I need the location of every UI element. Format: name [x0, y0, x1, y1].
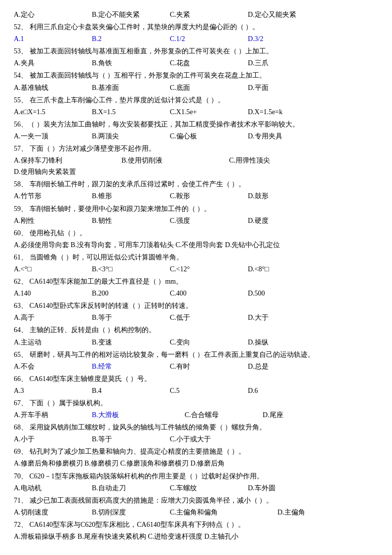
options-line-67: A.开车手柄 B.大滑板 C.合合螺母 D.尾座	[14, 409, 378, 421]
options-line-59: A.刚性 B.韧性 C.强度 D.硬度	[14, 215, 378, 226]
option-56-b: B.两顶尖	[92, 130, 161, 142]
options-line-72: A.滑板箱操纵手柄多 B.尾座有快速夹紧机构 C.进给变速杆强度 D.主轴孔小	[14, 531, 378, 542]
option-66-c: C.5	[170, 385, 239, 396]
question-text-59: 59、 车削细长轴时，要使用中心架和跟刀架来增加工件的（ ）。	[14, 203, 378, 214]
option-57-a: A.保持车刀锋利	[14, 155, 113, 166]
content-area: A.定心 B.定心不能夹紧 C.夹紧 D.定心又能夹紧 52、 利用三爪自定心卡…	[14, 9, 378, 542]
option-55-d: D.X=1.5e=k	[248, 106, 317, 118]
option-60-a: A.必须使用导向套 B.没有导向套，可用车刀顶着钻头 C.不使用导向套 D.先钻…	[14, 239, 378, 251]
option-54-d: D.平面	[248, 82, 317, 93]
question-block-52: 52、 利用三爪自定心卡盘装夹偏心工件时，其垫块的厚度大约是偏心距的（ ）。 A…	[14, 21, 378, 44]
option-58-d: D.鼓形	[248, 190, 317, 202]
option-52-a: A.1	[14, 33, 83, 44]
question-text-66: 66、 CA6140型车床主轴锥度是莫氏（ ）号。	[14, 373, 378, 384]
option-58-b: B.锥形	[92, 190, 161, 202]
options-line-54: A.基准轴线 B.基准面 C.底面 D.平面	[14, 82, 378, 93]
question-text-53: 53、 被加工表面回转轴线与基准面互相垂直，外形复杂的工件可装夹在（ ）上加工。	[14, 45, 378, 57]
options-line-55: A.e□X=1.5 B.X=1.5 C.X1.5e+ D.X=1.5e=k	[14, 106, 378, 118]
option-67-b: B.大滑板	[92, 409, 176, 421]
question-text-64: 64、 主轴的正转、反转是由（ ）机构控制的。	[14, 324, 378, 336]
option-71-d: D.主偏角	[277, 507, 347, 518]
options-line-64: A.主运动 B.变速 C.变向 D.操纵	[14, 337, 378, 348]
question-text-63: 63、 CA6140型卧式车床反转时的转速（ ）正转时的转速。	[14, 300, 378, 311]
options-line-56: A.一夹一顶 B.两顶尖 C.偏心板 D.专用夹具	[14, 130, 378, 142]
option-0-d: D.定心又能夹紧	[248, 9, 317, 20]
option-67-a: A.开车手柄	[14, 409, 83, 421]
options-line-62: A.140 B.200 C.400 D.500	[14, 288, 378, 299]
option-68-b: B.等于	[92, 433, 161, 445]
options-line-58: A.竹节形 B.锥形 C.鞍形 D.鼓形	[14, 190, 378, 202]
option-68-a: A.小于	[14, 433, 83, 445]
options-line-68: A.小于 B.等于 C.小于或大于	[14, 433, 378, 445]
option-70-d: D.车外圆	[248, 482, 317, 494]
options-line-52: A.1 B.2 C.1/2 D.3/2	[14, 33, 378, 44]
option-53-a: A.夹具	[14, 57, 83, 69]
option-59-a: A.刚性	[14, 215, 83, 226]
option-71-c: C.主偏角和偏角	[170, 507, 269, 518]
option-70-a: A.电动机	[14, 482, 83, 494]
options-line-69: A.修磨后角和修磨横刃 B.修磨横刃 C.修磨顶角和修磨横刃 D.修磨后角	[14, 458, 378, 469]
question-text-72: 72、 CA6140型车床与C620型车床相比，CA6140型车床具有下列特点（…	[14, 519, 378, 530]
option-56-c: C.偏心板	[170, 130, 239, 142]
option-54-a: A.基准轴线	[14, 82, 83, 93]
option-65-a: A.不会	[14, 361, 83, 372]
question-text-67: 67、 下面（ ）属于操纵机构。	[14, 397, 378, 409]
option-68-c: C.小于或大于	[170, 433, 239, 445]
question-text-52: 52、 利用三爪自定心卡盘装夹偏心工件时，其垫块的厚度大约是偏心距的（ ）。	[14, 21, 378, 33]
options-line-0: A.定心 B.定心不能夹紧 C.夹紧 D.定心又能夹紧	[14, 9, 378, 20]
option-71-a: A.切削速度	[14, 507, 83, 518]
option-52-b: B.2	[92, 33, 161, 44]
options-line-61: A.<°□ B.<3°□ C.<12° D.<8°□	[14, 263, 378, 275]
options-line-57: A.保持车刀锋利 B.使用切削液 C.用弹性顶尖 D.使用轴向夹紧装置	[14, 155, 378, 177]
question-block-56: 56、（ ）装夹方法加工曲轴时，每次安装都要找正，其加工精度受操作者技术水平影响…	[14, 119, 378, 142]
option-55-b: B.X=1.5	[92, 106, 161, 118]
options-line-65: A.不会 B.经常 C.有时 D.总是	[14, 361, 378, 372]
option-61-a: A.<°□	[14, 263, 83, 275]
option-64-d: D.操纵	[248, 337, 317, 348]
question-text-60: 60、 使用枪孔钻（ ）。	[14, 227, 378, 239]
question-text-71: 71、 减少已加工表面残留面积高度大的措施是：应增大刀尖圆弧角半径，减小（ ）。	[14, 495, 378, 506]
question-text-58: 58、 车削细长轴工件时，跟刀架的支承爪压得过紧时，会使工件产生（ ）。	[14, 178, 378, 190]
option-67-c: C.合合螺母	[185, 409, 254, 421]
options-line-63: A.高于 B.等于 C.低于 D.大于	[14, 312, 378, 323]
option-62-b: B.200	[92, 288, 161, 299]
question-block-59: 59、 车削细长轴时，要使用中心架和跟刀架来增加工件的（ ）。 A.刚性 B.韧…	[14, 203, 378, 226]
option-61-b: B.<3°□	[92, 263, 161, 275]
option-52-c: C.1/2	[170, 33, 239, 44]
option-57-c: C.用弹性顶尖	[229, 155, 328, 166]
options-line-66: A.3 B.4 C.5 D.6	[14, 385, 378, 396]
option-62-d: D.500	[248, 288, 317, 299]
option-53-d: D.三爪	[248, 57, 317, 69]
options-line-53: A.夹具 B.角铁 C.花盘 D.三爪	[14, 57, 378, 69]
question-text-54: 54、 被加工表面回转轴线与（ ）互相平行，外形复杂的工件可装夹在花盘上加工。	[14, 70, 378, 81]
question-block-64: 64、 主轴的正转、反转是由（ ）机构控制的。 A.主运动 B.变速 C.变向 …	[14, 324, 378, 347]
question-block-67: 67、 下面（ ）属于操纵机构。 A.开车手柄 B.大滑板 C.合合螺母 D.尾…	[14, 397, 378, 421]
options-line-71: A.切削速度 B.切削深度 C.主偏角和偏角 D.主偏角	[14, 507, 378, 518]
option-63-c: C.低于	[170, 312, 239, 323]
option-59-d: D.硬度	[248, 215, 317, 226]
option-63-b: B.等于	[92, 312, 161, 323]
question-block-72: 72、 CA6140型车床与C620型车床相比，CA6140型车床具有下列特点（…	[14, 519, 378, 542]
options-line-70: A.电动机 B.自动走刀 C.车螺纹 D.车外圆	[14, 482, 378, 494]
option-71-b: B.切削深度	[92, 507, 161, 518]
question-block-60: 60、 使用枪孔钻（ ）。 A.必须使用导向套 B.没有导向套，可用车刀顶着钻头…	[14, 227, 378, 251]
question-block-69: 69、 钻孔时为了减少加工热量和轴向力、提高定心精度的主要措施是（ ）。 A.修…	[14, 446, 378, 469]
option-0-b: B.定心不能夹紧	[92, 9, 161, 20]
option-58-c: C.鞍形	[170, 190, 239, 202]
question-block-61: 61、 当圆锥角（ ）时，可以用近似公式计算圆锥半角。 A.<°□ B.<3°□…	[14, 252, 378, 275]
option-63-a: A.高于	[14, 312, 83, 323]
question-text-62: 62、 CA6140型车床能加工的最大工件直径是（ ）mm。	[14, 276, 378, 287]
question-block-65: 65、 研磨时，研具与工件的相对运动比较复杂，每一磨料（ ）在工件表面上重复自己…	[14, 349, 378, 372]
option-67-d: D.尾座	[263, 409, 332, 421]
option-64-b: B.变速	[92, 337, 161, 348]
option-61-d: D.<8°□	[248, 263, 317, 275]
option-70-b: B.自动走刀	[92, 482, 161, 494]
question-block-62: 62、 CA6140型车床能加工的最大工件直径是（ ）mm。 A.140 B.2…	[14, 276, 378, 299]
option-63-d: D.大于	[248, 312, 317, 323]
option-53-b: B.角铁	[92, 57, 161, 69]
option-65-c: C.有时	[170, 361, 239, 372]
option-66-a: A.3	[14, 385, 83, 396]
option-0-c: C.夹紧	[170, 9, 239, 20]
option-69-a: A.修磨后角和修磨横刃 B.修磨横刃 C.修磨顶角和修磨横刃 D.修磨后角	[14, 458, 378, 469]
option-54-b: B.基准面	[92, 82, 161, 93]
